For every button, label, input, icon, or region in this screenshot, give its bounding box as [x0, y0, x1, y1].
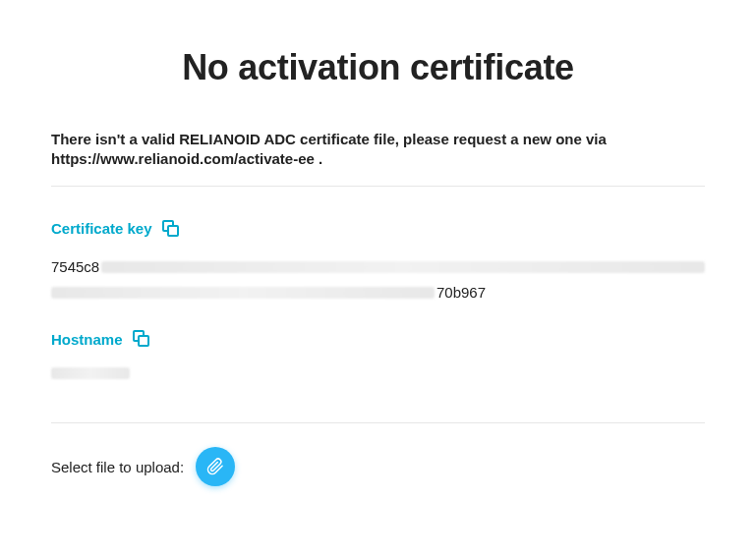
- cert-key-suffix: 70b967: [436, 283, 486, 303]
- copy-hostname-icon[interactable]: [133, 330, 150, 348]
- no-cert-message: There isn't a valid RELIANOID ADC certif…: [51, 130, 705, 187]
- page-title: No activation certificate: [51, 47, 705, 88]
- cert-key-value: 7545c8 70b967: [51, 257, 705, 304]
- hostname-header: Hostname: [51, 330, 705, 348]
- paperclip-icon: [206, 458, 224, 475]
- hostname-label: Hostname: [51, 331, 123, 348]
- copy-cert-key-icon[interactable]: [162, 220, 180, 238]
- cert-key-redacted-2: [51, 287, 435, 299]
- cert-key-label: Certificate key: [51, 220, 152, 237]
- cert-key-header: Certificate key: [51, 220, 705, 238]
- upload-label: Select file to upload:: [51, 459, 184, 475]
- section-divider: [51, 422, 705, 423]
- upload-file-button[interactable]: [196, 447, 235, 486]
- hostname-value-redacted: [51, 367, 130, 379]
- cert-key-redacted-1: [101, 261, 705, 273]
- cert-key-prefix: 7545c8: [51, 257, 99, 277]
- upload-section: Select file to upload:: [51, 447, 705, 486]
